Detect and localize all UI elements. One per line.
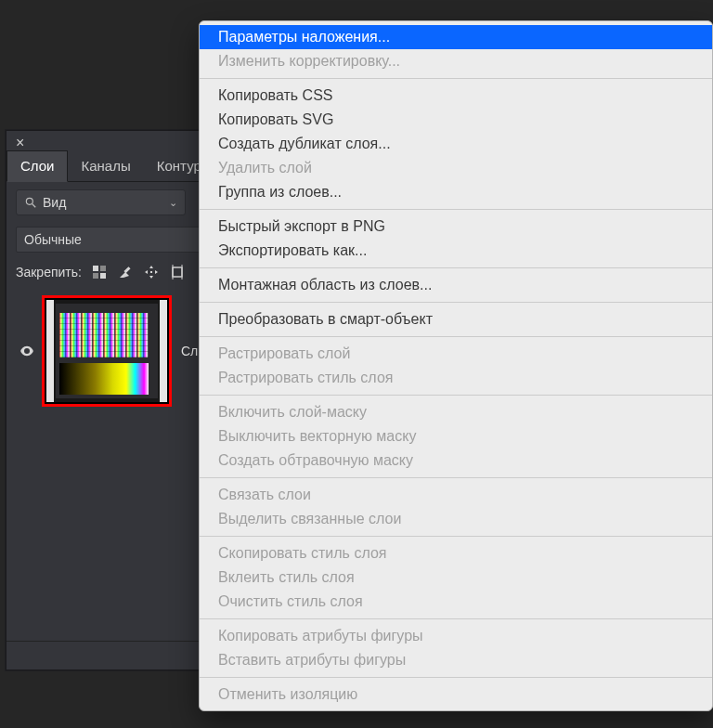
svg-rect-3	[100, 266, 106, 271]
lock-brush-icon[interactable]	[117, 264, 134, 280]
svg-rect-2	[93, 266, 98, 271]
menu-item[interactable]: Монтажная область из слоев...	[200, 273, 712, 297]
menu-item: Растрировать стиль слоя	[200, 366, 712, 390]
blend-mode-value: Обычные	[24, 232, 82, 247]
menu-item: Создать обтравочную маску	[200, 448, 712, 473]
menu-item: Удалить слой	[200, 156, 712, 180]
menu-item[interactable]: Копировать CSS	[200, 84, 712, 108]
blend-mode-dropdown[interactable]: Обычные	[16, 227, 220, 253]
tab-channels[interactable]: Каналы	[68, 151, 143, 181]
menu-item: Скопировать стиль слоя	[200, 541, 712, 566]
menu-item: Изменить корректировку...	[200, 49, 712, 73]
lock-move-icon[interactable]	[143, 264, 160, 280]
search-icon	[24, 196, 37, 209]
chevron-down-icon: ⌄	[169, 197, 177, 209]
menu-item[interactable]: Создать дубликат слоя...	[200, 132, 712, 156]
menu-item: Растрировать слой	[200, 342, 712, 366]
context-menu: Параметры наложения...Изменить корректир…	[199, 20, 713, 711]
menu-item[interactable]: Преобразовать в смарт-объект	[200, 307, 712, 332]
menu-item: Копировать атрибуты фигуры	[200, 624, 712, 648]
menu-item[interactable]: Параметры наложения...	[200, 25, 712, 49]
menu-item: Выключить векторную маску	[200, 424, 712, 448]
layer-thumbnail[interactable]	[42, 295, 172, 407]
lock-label: Закрепить:	[16, 265, 82, 280]
menu-item: Отменить изоляцию	[200, 682, 712, 707]
menu-item: Выделить связанные слои	[200, 507, 712, 531]
app-root: × Слои Каналы Контуры Вид ⌄ Обычные Закр…	[0, 0, 713, 728]
layer-filter-dropdown[interactable]: Вид ⌄	[16, 189, 186, 215]
menu-item: Включить слой-маску	[200, 400, 712, 424]
lock-transparency-icon[interactable]	[91, 264, 108, 280]
menu-item: Связать слои	[200, 483, 712, 507]
menu-list: Параметры наложения...Изменить корректир…	[200, 21, 712, 710]
close-icon[interactable]: ×	[16, 135, 24, 151]
svg-rect-7	[173, 267, 182, 277]
menu-item: Очистить стиль слоя	[200, 590, 712, 614]
menu-item: Вклеить стиль слоя	[200, 566, 712, 590]
menu-item: Вставить атрибуты фигуры	[200, 648, 712, 672]
menu-item[interactable]: Быстрый экспорт в PNG	[200, 214, 712, 239]
svg-point-0	[26, 198, 32, 204]
menu-item[interactable]: Копировать SVG	[200, 108, 712, 132]
menu-item[interactable]: Экспортировать как...	[200, 239, 712, 263]
tab-layers[interactable]: Слои	[6, 150, 68, 182]
svg-rect-6	[123, 266, 130, 273]
svg-rect-5	[100, 273, 106, 279]
menu-item[interactable]: Группа из слоев...	[200, 180, 712, 204]
svg-rect-4	[93, 273, 98, 279]
layer-filter-label: Вид	[43, 195, 66, 210]
visibility-icon[interactable]	[18, 342, 36, 360]
svg-line-1	[32, 204, 36, 208]
lock-artboard-icon[interactable]	[169, 264, 186, 280]
